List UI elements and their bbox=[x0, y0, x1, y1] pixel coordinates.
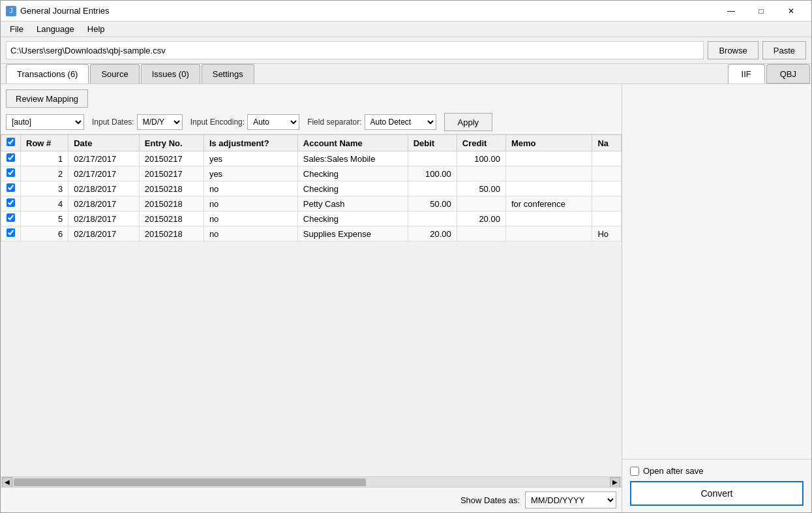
field-separator-label: Field separator: bbox=[307, 117, 361, 127]
table-row: 5 02/18/2017 20150218 no Checking 20.00 bbox=[1, 211, 622, 226]
menu-bar: File Language Help bbox=[1, 22, 811, 37]
row-credit bbox=[457, 226, 505, 241]
paste-button[interactable]: Paste bbox=[762, 41, 806, 59]
open-after-save-checkbox[interactable] bbox=[630, 467, 639, 476]
close-button[interactable]: ✕ bbox=[776, 1, 806, 22]
tab-source[interactable]: Source bbox=[90, 64, 139, 84]
row-checkbox-cell[interactable] bbox=[1, 226, 21, 241]
convert-button[interactable]: Convert bbox=[630, 481, 804, 506]
open-after-save-row: Open after save bbox=[630, 466, 804, 476]
menu-file[interactable]: File bbox=[3, 23, 30, 35]
row-adjustment: yes bbox=[203, 166, 297, 181]
scroll-left-arrow[interactable]: ◀ bbox=[2, 477, 12, 488]
row-na bbox=[592, 151, 622, 166]
row-date: 02/17/2017 bbox=[68, 166, 140, 181]
row-checkbox-2[interactable] bbox=[7, 183, 15, 192]
row-checkbox-cell[interactable] bbox=[1, 151, 21, 166]
row-date: 02/18/2017 bbox=[68, 196, 140, 211]
row-credit bbox=[457, 196, 505, 211]
apply-button[interactable]: Apply bbox=[444, 113, 493, 131]
tab-issues[interactable]: Issues (0) bbox=[141, 64, 200, 84]
show-dates-select[interactable]: MM/DD/YYYY DD/MM/YYYY YYYY/MM/DD bbox=[525, 491, 616, 508]
row-checkbox-cell[interactable] bbox=[1, 181, 21, 196]
row-na bbox=[592, 211, 622, 226]
window-title: General Journal Entries bbox=[20, 6, 716, 16]
row-debit: 50.00 bbox=[408, 196, 457, 211]
row-checkbox-5[interactable] bbox=[7, 228, 15, 237]
browse-button[interactable]: Browse bbox=[708, 41, 758, 59]
row-checkbox-4[interactable] bbox=[7, 213, 15, 222]
row-account: Supplies Expense bbox=[297, 226, 408, 241]
row-memo bbox=[505, 151, 592, 166]
select-all-checkbox[interactable] bbox=[7, 138, 15, 146]
open-after-save-label: Open after save bbox=[643, 466, 704, 476]
scroll-right-arrow[interactable]: ▶ bbox=[610, 477, 620, 488]
data-table-container[interactable]: Row # Date Entry No. Is adjustment? Acco… bbox=[1, 134, 622, 476]
tab-iif[interactable]: IIF bbox=[728, 64, 765, 84]
menu-help[interactable]: Help bbox=[81, 23, 112, 35]
tab-qbj[interactable]: QBJ bbox=[766, 64, 810, 84]
row-na bbox=[592, 166, 622, 181]
table-row: 4 02/18/2017 20150218 no Petty Cash 50.0… bbox=[1, 196, 622, 211]
row-debit bbox=[408, 181, 457, 196]
show-dates-label: Show Dates as: bbox=[460, 495, 520, 505]
input-encoding-select[interactable]: Auto UTF-8 Latin-1 bbox=[247, 114, 299, 130]
row-checkbox-3[interactable] bbox=[7, 198, 15, 207]
controls-row: [auto] Input Dates: M/D/Y D/M/Y Y/M/D In… bbox=[6, 113, 616, 131]
right-panel-content bbox=[622, 84, 811, 459]
row-account: Checking bbox=[297, 166, 408, 181]
col-header-credit: Credit bbox=[457, 135, 505, 151]
row-memo bbox=[505, 181, 592, 196]
col-header-memo: Memo bbox=[505, 135, 592, 151]
left-panel: Review Mapping [auto] Input Dates: M/D/Y… bbox=[1, 84, 622, 512]
row-entry: 20150217 bbox=[139, 166, 203, 181]
row-debit: 20.00 bbox=[408, 226, 457, 241]
row-na bbox=[592, 196, 622, 211]
file-bar: Browse Paste bbox=[1, 37, 811, 64]
row-credit: 50.00 bbox=[457, 181, 505, 196]
tab-transactions[interactable]: Transactions (6) bbox=[6, 64, 89, 84]
row-checkbox-cell[interactable] bbox=[1, 196, 21, 211]
row-date: 02/18/2017 bbox=[68, 226, 140, 241]
bottom-left-bar: Show Dates as: MM/DD/YYYY DD/MM/YYYY YYY… bbox=[1, 487, 622, 512]
row-entry: 20150217 bbox=[139, 151, 203, 166]
row-adjustment: no bbox=[203, 196, 297, 211]
file-path-input[interactable] bbox=[6, 41, 704, 59]
input-dates-select[interactable]: M/D/Y D/M/Y Y/M/D bbox=[137, 114, 183, 130]
col-header-row: Row # bbox=[21, 135, 68, 151]
table-row: 1 02/17/2017 20150217 yes Sales:Sales Mo… bbox=[1, 151, 622, 166]
row-checkbox-cell[interactable] bbox=[1, 211, 21, 226]
minimize-button[interactable]: — bbox=[716, 1, 746, 22]
row-adjustment: yes bbox=[203, 151, 297, 166]
main-window: J General Journal Entries — □ ✕ File Lan… bbox=[0, 0, 812, 513]
maximize-button[interactable]: □ bbox=[746, 1, 776, 22]
col-header-date: Date bbox=[68, 135, 140, 151]
row-checkbox-0[interactable] bbox=[7, 153, 15, 162]
row-memo bbox=[505, 226, 592, 241]
row-memo bbox=[505, 211, 592, 226]
row-credit: 20.00 bbox=[457, 211, 505, 226]
row-account: Sales:Sales Mobile bbox=[297, 151, 408, 166]
auto-select[interactable]: [auto] bbox=[6, 114, 84, 130]
row-adjustment: no bbox=[203, 211, 297, 226]
horizontal-scrollbar[interactable]: ◀ ▶ bbox=[1, 476, 622, 487]
review-mapping-button[interactable]: Review Mapping bbox=[6, 89, 88, 108]
row-credit bbox=[457, 166, 505, 181]
row-memo: for conference bbox=[505, 196, 592, 211]
tab-settings[interactable]: Settings bbox=[202, 64, 254, 84]
row-debit bbox=[408, 151, 457, 166]
bottom-right-bar: Open after save Convert bbox=[622, 459, 811, 512]
scrollbar-thumb[interactable] bbox=[14, 478, 366, 486]
col-header-entry: Entry No. bbox=[139, 135, 203, 151]
field-separator-select[interactable]: Auto Detect Comma Semicolon Tab bbox=[365, 114, 436, 130]
row-num: 2 bbox=[21, 166, 68, 181]
row-num: 5 bbox=[21, 211, 68, 226]
row-checkbox-1[interactable] bbox=[7, 168, 15, 177]
col-header-na: Na bbox=[592, 135, 622, 151]
col-header-debit: Debit bbox=[408, 135, 457, 151]
app-icon: J bbox=[6, 6, 16, 16]
menu-language[interactable]: Language bbox=[30, 23, 81, 35]
row-checkbox-cell[interactable] bbox=[1, 166, 21, 181]
row-entry: 20150218 bbox=[139, 181, 203, 196]
row-entry: 20150218 bbox=[139, 196, 203, 211]
